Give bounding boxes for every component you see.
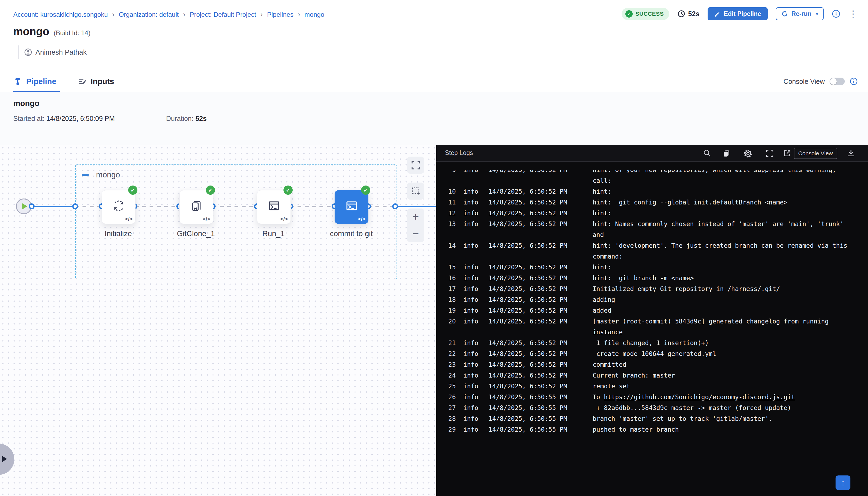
log-link[interactable]: https://github.com/Sonichigo/economy-dis… bbox=[604, 393, 795, 401]
reset-selection-button[interactable] bbox=[407, 183, 424, 200]
log-line: 12info14/8/2025, 6:50:52 PMhint: bbox=[436, 208, 868, 218]
ln-time: 14/8/2025, 6:50:52 PM bbox=[489, 350, 567, 357]
breadcrumb-separator: › bbox=[183, 10, 186, 19]
ln-time: 14/8/2025, 6:50:55 PM bbox=[489, 393, 567, 401]
workspace: mongo bbox=[0, 145, 868, 496]
ln-num: 28 bbox=[440, 415, 456, 422]
tab-inputs[interactable]: Inputs bbox=[78, 72, 114, 91]
log-line: 10info14/8/2025, 6:50:52 PMhint: bbox=[436, 186, 868, 197]
log-line: 15info14/8/2025, 6:50:52 PMhint: bbox=[436, 262, 868, 273]
step-node-commit-to-git[interactable]: </> bbox=[335, 190, 368, 224]
ln-time: 14/8/2025, 6:50:52 PM bbox=[489, 199, 567, 206]
zoom-out-button[interactable]: − bbox=[412, 228, 419, 239]
ln-level: info bbox=[463, 426, 478, 433]
zoom-controls: + − bbox=[407, 208, 424, 242]
settings-gear-icon[interactable] bbox=[743, 149, 753, 158]
play-icon bbox=[2, 456, 7, 462]
scroll-to-top-button[interactable]: ↑ bbox=[836, 476, 850, 490]
ln-num: 16 bbox=[440, 275, 456, 281]
pencil-icon bbox=[714, 11, 720, 17]
toggle-knob bbox=[830, 78, 837, 84]
clock-icon bbox=[677, 10, 685, 18]
check-icon: ✓ bbox=[625, 10, 633, 18]
log-line: and bbox=[436, 229, 868, 240]
collapse-group-button[interactable] bbox=[82, 174, 89, 176]
tab-bar: Pipeline Inputs Console View bbox=[0, 72, 868, 93]
info-icon[interactable] bbox=[850, 77, 858, 86]
breadcrumb-item[interactable]: mongo bbox=[305, 11, 324, 18]
log-line: 11info14/8/2025, 6:50:52 PMhint: git con… bbox=[436, 197, 868, 208]
step-success-badge: ✓ bbox=[206, 186, 215, 195]
ln-num: 18 bbox=[440, 296, 456, 303]
console-view-label: Console View bbox=[784, 78, 825, 86]
edit-pipeline-label: Edit Pipeline bbox=[724, 10, 761, 18]
ln-msg: remote set bbox=[593, 383, 630, 390]
ln-msg: pushed to master branch bbox=[593, 426, 679, 433]
breadcrumb-item[interactable]: Pipelines bbox=[267, 11, 293, 18]
ln-level: info bbox=[463, 242, 478, 249]
ln-num: 14 bbox=[440, 242, 456, 249]
ln-time: 14/8/2025, 6:50:52 PM bbox=[489, 264, 567, 271]
ln-level: info bbox=[463, 307, 478, 314]
breadcrumb-separator: › bbox=[261, 10, 263, 19]
pipeline-icon bbox=[13, 77, 22, 86]
log-line: 17info14/8/2025, 6:50:52 PMInitialized e… bbox=[436, 283, 868, 294]
kebab-menu-icon[interactable]: ⋮ bbox=[849, 9, 858, 18]
ln-num: 23 bbox=[440, 361, 456, 368]
ln-msg: hint: 'development'. The just-created br… bbox=[593, 242, 848, 249]
breadcrumb-item[interactable]: Organization: default bbox=[119, 11, 179, 18]
fullscreen-icon[interactable] bbox=[765, 149, 774, 158]
ln-time: 14/8/2025, 6:50:52 PM bbox=[489, 170, 567, 173]
connector-point[interactable] bbox=[392, 203, 398, 209]
search-icon[interactable] bbox=[702, 149, 712, 158]
ln-time: 14/8/2025, 6:50:52 PM bbox=[489, 285, 567, 292]
edge bbox=[290, 206, 335, 207]
ln-level: info bbox=[463, 339, 478, 346]
started-value: 14/8/2025, 6:50:09 PM bbox=[46, 115, 115, 122]
log-output[interactable]: 9info14/8/2025, 6:50:52 PMhint: of your … bbox=[436, 170, 868, 496]
tab-pipeline[interactable]: Pipeline bbox=[13, 72, 56, 91]
edge bbox=[213, 206, 257, 207]
console-view-toggle[interactable] bbox=[830, 78, 845, 85]
ln-msg: To https://github.com/Sonichigo/economy-… bbox=[593, 393, 795, 401]
edge-end bbox=[395, 206, 436, 207]
tab-pipeline-label: Pipeline bbox=[26, 77, 56, 86]
info-icon[interactable] bbox=[832, 10, 840, 18]
ln-time: 14/8/2025, 6:50:55 PM bbox=[489, 404, 567, 412]
edit-pipeline-button[interactable]: Edit Pipeline bbox=[708, 7, 768, 20]
ln-msg: adding bbox=[593, 296, 615, 303]
duration-value: 52s bbox=[195, 115, 207, 122]
step-node-gitclone[interactable]: </> bbox=[179, 190, 213, 224]
rerun-button[interactable]: Re-run ▾ bbox=[776, 7, 824, 20]
ln-level: info bbox=[463, 372, 478, 379]
step-node-initialize[interactable]: </> bbox=[102, 190, 136, 224]
ln-msg: and bbox=[593, 231, 604, 238]
log-line: 23info14/8/2025, 6:50:52 PMcommitted bbox=[436, 359, 868, 370]
ln-level: info bbox=[463, 199, 478, 206]
fullscreen-button[interactable] bbox=[407, 157, 424, 174]
ln-num: 26 bbox=[440, 393, 456, 401]
console-view-button[interactable]: Console View bbox=[794, 148, 837, 159]
rerun-label: Re-run bbox=[791, 10, 811, 18]
connector-point[interactable] bbox=[72, 203, 78, 209]
open-external-icon[interactable] bbox=[782, 149, 792, 158]
ln-msg: hint: of your new repositories, which wi… bbox=[593, 170, 836, 173]
step-node-run[interactable]: </> bbox=[257, 190, 291, 224]
ln-msg: hint: bbox=[593, 264, 611, 271]
step-label: commit to git bbox=[303, 229, 400, 238]
breadcrumb-item[interactable]: Account: kurosakiichigo.songoku bbox=[13, 11, 108, 18]
ln-num: 21 bbox=[440, 339, 456, 346]
copy-icon[interactable] bbox=[722, 149, 731, 158]
breadcrumb-item[interactable]: Project: Default Project bbox=[190, 11, 256, 18]
connector-point[interactable] bbox=[29, 203, 35, 209]
log-line: 24info14/8/2025, 6:50:52 PMCurrent branc… bbox=[436, 370, 868, 381]
zoom-in-button[interactable]: + bbox=[412, 211, 419, 222]
ln-msg: committed bbox=[593, 361, 626, 368]
pipeline-canvas[interactable]: mongo bbox=[0, 145, 436, 496]
ln-time: 14/8/2025, 6:50:52 PM bbox=[489, 372, 567, 379]
code-icon: </> bbox=[125, 216, 133, 222]
expand-handle[interactable] bbox=[0, 444, 14, 475]
ln-time: 14/8/2025, 6:50:52 PM bbox=[489, 220, 567, 228]
download-icon[interactable] bbox=[846, 149, 855, 158]
ln-level: info bbox=[463, 404, 478, 412]
